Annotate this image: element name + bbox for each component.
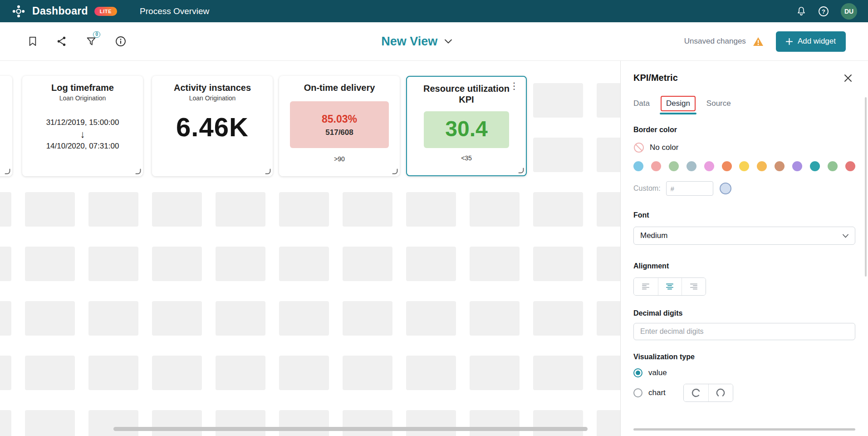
color-swatch-5[interactable] xyxy=(722,161,732,171)
border-color-heading: Border color xyxy=(633,126,855,134)
user-avatar[interactable]: DU xyxy=(841,3,857,20)
align-right-button[interactable] xyxy=(682,278,706,295)
font-select[interactable]: Medium xyxy=(633,227,855,245)
view-dropdown-chevron-icon[interactable] xyxy=(445,39,452,44)
panel-vertical-scrollbar[interactable] xyxy=(865,97,867,277)
close-icon[interactable] xyxy=(843,74,853,83)
grid-tile xyxy=(0,410,11,436)
add-widget-button[interactable]: Add widget xyxy=(776,31,846,52)
filter-count-badge: 0 xyxy=(93,31,100,38)
grid-tile xyxy=(279,247,329,281)
no-color-label: No color xyxy=(650,143,678,152)
grid-tile xyxy=(406,192,456,227)
color-swatch-0[interactable] xyxy=(633,161,643,171)
tab-active-underline xyxy=(660,113,696,114)
design-tab-annotation: Design xyxy=(661,96,696,111)
chevron-down-icon xyxy=(843,234,848,238)
font-heading: Font xyxy=(633,211,855,219)
color-swatch-7[interactable] xyxy=(757,161,767,171)
resize-handle-icon[interactable] xyxy=(5,168,10,174)
grid-tile xyxy=(533,83,583,118)
kpi-settings-panel: KPI/Metric Data Design Source Border col… xyxy=(620,61,868,436)
resize-handle-icon[interactable] xyxy=(518,168,524,173)
resize-handle-icon[interactable] xyxy=(265,168,271,174)
kpi-threshold: <35 xyxy=(407,154,526,162)
color-swatch-6[interactable] xyxy=(739,161,749,171)
custom-color-preview[interactable] xyxy=(720,183,731,194)
widget-card-activity-instances[interactable]: Activity instances Loan Origination 6.46… xyxy=(152,76,273,176)
resize-handle-icon[interactable] xyxy=(392,168,398,174)
kpi-value: 30.4 xyxy=(424,117,509,141)
card-title: Resource utilization KPI xyxy=(422,83,510,105)
grid-tile xyxy=(597,301,620,336)
color-swatch-9[interactable] xyxy=(792,161,802,171)
grid-tile xyxy=(470,356,520,390)
grid-tile xyxy=(470,301,520,336)
lite-badge: LITE xyxy=(94,7,117,16)
widget-card-log-timeframe[interactable]: Log timeframe Loan Origination 31/12/201… xyxy=(22,76,143,176)
share-icon[interactable] xyxy=(56,36,67,47)
card-title: On-time delivery xyxy=(294,82,384,93)
align-center-button[interactable] xyxy=(658,278,682,295)
color-swatch-8[interactable] xyxy=(775,161,785,171)
canvas-horizontal-scrollbar[interactable] xyxy=(113,427,588,431)
help-icon[interactable]: ? xyxy=(818,6,829,17)
align-left-button[interactable] xyxy=(634,278,658,295)
panel-bottom-scrollbar[interactable] xyxy=(633,428,855,431)
grid-tile xyxy=(470,192,520,227)
plus-icon xyxy=(786,38,793,45)
color-swatch-2[interactable] xyxy=(669,161,679,171)
grid-tile xyxy=(406,247,456,281)
widget-card-resource-utilization[interactable]: ⋮ Resource utilization KPI 30.4 <35 xyxy=(406,76,527,176)
gauge-chart-button[interactable] xyxy=(708,384,733,401)
custom-color-input[interactable] xyxy=(666,181,713,196)
decimal-digits-input[interactable] xyxy=(633,323,855,340)
color-swatch-10[interactable] xyxy=(810,161,820,171)
app-logo-icon[interactable] xyxy=(12,5,25,18)
chart-radio[interactable] xyxy=(633,388,642,397)
grid-tile xyxy=(597,192,620,227)
grid-tile xyxy=(533,410,583,436)
color-swatch-4[interactable] xyxy=(704,161,714,171)
widget-card-on-time-delivery[interactable]: On-time delivery 85.03% 517/608 >90 xyxy=(279,76,400,176)
tab-source[interactable]: Source xyxy=(706,99,731,108)
resize-handle-icon[interactable] xyxy=(135,168,141,174)
partial-widget-card[interactable] xyxy=(0,76,12,176)
grid-tile xyxy=(152,192,202,227)
value-radio-label: value xyxy=(648,368,667,377)
info-icon[interactable] xyxy=(115,36,126,47)
grid-tile xyxy=(343,356,392,390)
grid-tile xyxy=(279,301,329,336)
value-radio[interactable] xyxy=(633,368,642,377)
donut-chart-button[interactable] xyxy=(684,384,708,401)
grid-tile xyxy=(533,247,583,281)
grid-tile xyxy=(343,410,392,436)
down-arrow-icon: ↓ xyxy=(22,129,143,140)
grid-tile xyxy=(343,301,392,336)
grid-tile xyxy=(597,356,620,390)
grid-tile xyxy=(406,301,456,336)
color-swatch-3[interactable] xyxy=(687,161,696,171)
color-swatch-1[interactable] xyxy=(651,161,661,171)
color-swatch-11[interactable] xyxy=(828,161,838,171)
grid-tile xyxy=(152,410,202,436)
grid-tile xyxy=(470,247,520,281)
tab-design[interactable]: Design xyxy=(666,99,690,108)
dashboard-canvas[interactable]: Log timeframe Loan Origination 31/12/201… xyxy=(0,61,620,436)
grid-tile xyxy=(279,410,329,436)
grid-tile xyxy=(0,192,11,227)
filter-icon[interactable]: 0 xyxy=(86,36,96,46)
card-title: Activity instances xyxy=(167,82,257,93)
grid-tile xyxy=(533,192,583,227)
kpi-value-box: 85.03% 517/608 xyxy=(290,101,389,148)
donut-chart-icon xyxy=(691,387,701,398)
process-page-title: Process Overview xyxy=(140,6,209,16)
notifications-bell-icon[interactable] xyxy=(796,6,806,17)
kebab-menu-icon[interactable]: ⋮ xyxy=(508,79,520,92)
bookmark-icon[interactable] xyxy=(28,36,37,47)
no-color-option[interactable]: No color xyxy=(633,142,855,153)
color-swatch-12[interactable] xyxy=(845,161,855,171)
tab-data[interactable]: Data xyxy=(633,99,650,108)
grid-tile xyxy=(152,301,202,336)
timeframe-end: 14/10/2020, 07:31:00 xyxy=(22,142,143,151)
